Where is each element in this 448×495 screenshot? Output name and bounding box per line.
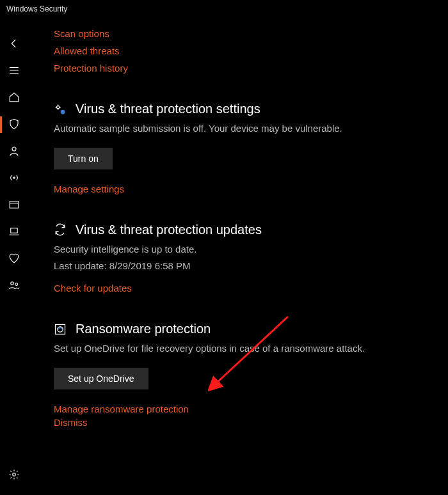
manage-ransomware-link[interactable]: Manage ransomware protection bbox=[54, 404, 189, 414]
person-icon bbox=[8, 145, 20, 159]
gear-icon bbox=[8, 469, 20, 482]
main-content: Scan options Allowed threats Protection … bbox=[28, 18, 448, 495]
app-window-icon bbox=[8, 199, 20, 212]
shield-icon bbox=[8, 118, 20, 132]
back-button[interactable] bbox=[0, 31, 28, 58]
section-title: Virus & threat protection updates bbox=[76, 223, 262, 237]
section-desc: Security intelligence is up to date. bbox=[54, 242, 436, 257]
scan-options-link[interactable]: Scan options bbox=[54, 28, 436, 39]
top-links: Scan options Allowed threats Protection … bbox=[54, 28, 436, 74]
sidebar-item-home[interactable] bbox=[0, 84, 28, 111]
svg-point-6 bbox=[13, 473, 16, 476]
last-update-text: Last update: 8/29/2019 6:58 PM bbox=[54, 260, 436, 271]
section-title: Ransomware protection bbox=[76, 322, 211, 336]
svg-point-8 bbox=[61, 109, 65, 114]
sidebar-item-device-security[interactable] bbox=[0, 219, 28, 246]
sidebar-item-firewall[interactable] bbox=[0, 165, 28, 192]
window-title: Windows Security bbox=[6, 4, 67, 13]
heart-icon bbox=[8, 253, 20, 266]
window-titlebar: Windows Security bbox=[0, 0, 448, 18]
family-icon bbox=[8, 279, 20, 293]
signal-icon bbox=[8, 172, 20, 185]
hamburger-icon bbox=[8, 65, 20, 78]
svg-point-5 bbox=[15, 283, 18, 285]
section-vtp-updates: Virus & threat protection updates Securi… bbox=[54, 223, 436, 294]
dismiss-link[interactable]: Dismiss bbox=[54, 417, 88, 428]
svg-rect-9 bbox=[56, 324, 65, 334]
section-header: Ransomware protection bbox=[54, 322, 436, 336]
section-desc: Automatic sample submission is off. Your… bbox=[54, 122, 436, 136]
sidebar-item-virus-threat[interactable] bbox=[0, 111, 28, 138]
check-updates-link[interactable]: Check for updates bbox=[54, 283, 132, 294]
arrow-left-icon bbox=[8, 38, 20, 51]
updates-section-icon bbox=[54, 223, 67, 236]
section-header: Virus & threat protection updates bbox=[54, 223, 436, 237]
ransomware-section-icon bbox=[54, 323, 67, 336]
svg-point-7 bbox=[57, 106, 60, 108]
home-icon bbox=[8, 91, 20, 105]
sidebar-item-device-health[interactable] bbox=[0, 246, 28, 272]
sidebar-item-account[interactable] bbox=[0, 138, 28, 165]
sidebar-item-family[interactable] bbox=[0, 272, 28, 299]
manage-settings-link[interactable]: Manage settings bbox=[54, 184, 124, 194]
menu-button[interactable] bbox=[0, 58, 28, 84]
sidebar bbox=[0, 18, 28, 495]
setup-onedrive-button[interactable]: Set up OneDrive bbox=[54, 368, 148, 389]
svg-point-4 bbox=[11, 281, 14, 285]
section-desc: Set up OneDrive for file recovery option… bbox=[54, 342, 436, 356]
section-header: Virus & threat protection settings bbox=[54, 102, 436, 116]
settings-section-icon bbox=[54, 103, 67, 116]
sidebar-item-app-browser[interactable] bbox=[0, 192, 28, 219]
svg-rect-2 bbox=[10, 201, 19, 208]
protection-history-link[interactable]: Protection history bbox=[54, 63, 436, 74]
section-vtp-settings: Virus & threat protection settings Autom… bbox=[54, 102, 436, 194]
svg-point-1 bbox=[13, 177, 15, 178]
section-title: Virus & threat protection settings bbox=[76, 102, 260, 116]
svg-rect-3 bbox=[11, 228, 18, 233]
allowed-threats-link[interactable]: Allowed threats bbox=[54, 45, 436, 56]
laptop-icon bbox=[8, 226, 20, 239]
sidebar-item-settings[interactable] bbox=[0, 462, 28, 489]
section-ransomware: Ransomware protection Set up OneDrive fo… bbox=[54, 322, 436, 428]
turn-on-button[interactable]: Turn on bbox=[54, 148, 113, 169]
svg-point-0 bbox=[12, 147, 16, 151]
app-root: Scan options Allowed threats Protection … bbox=[0, 18, 448, 495]
